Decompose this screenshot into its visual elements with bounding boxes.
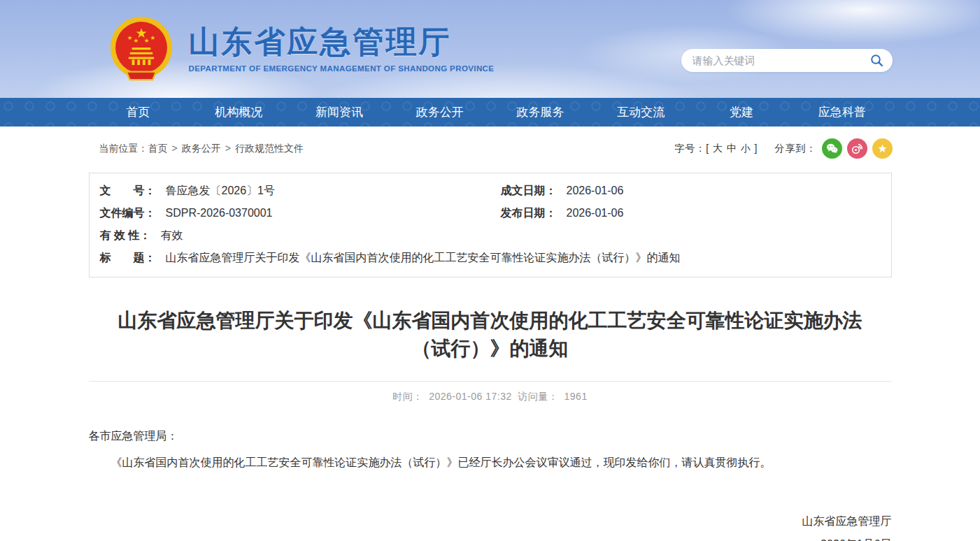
weibo-icon [851, 142, 864, 155]
breadcrumb: 当前位置：首页>政务公开>行政规范性文件 [88, 143, 304, 155]
article-signature: 山东省应急管理厅 2026年1月6日 [89, 510, 892, 541]
site-header: ★ ★ ★ ★ ★ 山东省应急管理厅 DEPARTMENT OF EMERGEN… [0, 0, 980, 98]
nav-item-org-overview[interactable]: 机构概况 [188, 98, 289, 127]
svg-text:★: ★ [127, 34, 132, 41]
svg-text:★: ★ [133, 37, 139, 44]
search-input[interactable] [693, 55, 869, 66]
signature-date: 2026年1月6日 [89, 533, 892, 541]
search-box [681, 49, 893, 72]
share-qzone-button[interactable] [872, 138, 893, 159]
breadcrumb-item-gov-info[interactable]: 政务公开 [182, 143, 221, 154]
meta-row: 文 号： 鲁应急发〔2026〕1号 成文日期： 2026-01-06 [90, 180, 891, 202]
time-label: 时间： [392, 391, 423, 402]
meta-label-written-date: 成文日期： [501, 180, 557, 202]
breadcrumb-separator: > [225, 143, 231, 154]
nav-item-gov-info[interactable]: 政务公开 [390, 98, 490, 127]
meta-value-doc-number: 鲁应急发〔2026〕1号 [166, 180, 276, 202]
breadcrumb-item-home[interactable]: 首页 [148, 143, 168, 154]
meta-value-file-code: SDPR-2026-0370001 [166, 202, 273, 224]
article-body: 各市应急管理局： 《山东省国内首次使用的化工工艺安全可靠性论证实施办法（试行）》… [89, 426, 892, 473]
title-divider [89, 381, 892, 382]
national-emblem-icon: ★ ★ ★ ★ ★ [108, 15, 175, 82]
nav-item-emergency-science[interactable]: 应急科普 [792, 98, 893, 127]
site-title-en: DEPARTMENT OF EMERGENCY MANAGEMENT OF SH… [189, 64, 495, 73]
article-meta-line: 时间： 2026-01-06 17:32 访问量： 1961 [0, 391, 980, 403]
meta-row: 文件编号： SDPR-2026-0370001 发布日期： 2026-01-06 [90, 202, 891, 224]
share-wechat-button[interactable] [822, 138, 842, 159]
svg-text:★: ★ [143, 37, 149, 44]
meta-label-file-code: 文件编号： [100, 202, 156, 224]
qzone-star-icon [876, 142, 889, 155]
breadcrumb-toolbar-row: 当前位置：首页>政务公开>行政规范性文件 字号：[ 大 中 小 ] 分享到： [88, 127, 893, 167]
meta-label-title: 标 题： [100, 247, 156, 269]
meta-row: 标 题： 山东省应急管理厅关于印发《山东省国内首次使用的化工工艺安全可靠性论证实… [90, 247, 891, 269]
search-button[interactable] [869, 53, 884, 68]
nav-item-home[interactable]: 首页 [88, 98, 189, 127]
meta-label-validity: 有 效 性： [100, 224, 151, 247]
visits-label: 访问量： [518, 391, 558, 402]
nav-item-interaction[interactable]: 互动交流 [590, 98, 691, 127]
meta-row: 有 效 性： 有效 [90, 224, 891, 247]
meta-label-doc-number: 文 号： [100, 180, 156, 202]
page-tools: 字号：[ 大 中 小 ] 分享到： [674, 138, 892, 159]
breadcrumb-item-current: 行政规范性文件 [235, 143, 304, 154]
search-icon [869, 53, 884, 68]
share-label: 分享到： [775, 143, 817, 155]
site-logo[interactable]: ★ ★ ★ ★ ★ 山东省应急管理厅 DEPARTMENT OF EMERGEN… [108, 15, 495, 82]
nav-item-news[interactable]: 新闻资讯 [289, 98, 390, 127]
wechat-icon [825, 142, 839, 155]
document-meta-table: 文 号： 鲁应急发〔2026〕1号 成文日期： 2026-01-06 文件编号：… [89, 173, 892, 277]
meta-value-written-date: 2026-01-06 [567, 180, 624, 202]
nav-item-party-building[interactable]: 党建 [691, 98, 792, 127]
article-title: 山东省应急管理厅关于印发《山东省国内首次使用的化工工艺安全可靠性论证实施办法（试… [106, 307, 875, 363]
meta-label-publish-date: 发布日期： [501, 202, 557, 224]
site-title: 山东省应急管理厅 [189, 25, 495, 59]
main-nav: 首页 机构概况 新闻资讯 政务公开 政务服务 互动交流 党建 应急科普 [0, 98, 980, 127]
signature-org: 山东省应急管理厅 [89, 510, 892, 533]
time-value: 2026-01-06 17:32 [429, 391, 512, 402]
meta-value-title: 山东省应急管理厅关于印发《山东省国内首次使用的化工工艺安全可靠性论证实施办法（试… [166, 247, 681, 269]
breadcrumb-separator: > [172, 143, 178, 154]
breadcrumb-label: 当前位置： [99, 143, 148, 154]
meta-value-publish-date: 2026-01-06 [567, 202, 624, 224]
article-salutation: 各市应急管理局： [89, 426, 892, 447]
nav-item-gov-services[interactable]: 政务服务 [490, 98, 591, 127]
svg-text:★: ★ [150, 34, 155, 41]
visits-value: 1961 [564, 391, 588, 402]
share-weibo-button[interactable] [847, 138, 867, 159]
article-paragraph: 《山东省国内首次使用的化工工艺安全可靠性论证实施办法（试行）》已经厅长办公会议审… [89, 452, 892, 473]
meta-value-validity: 有效 [160, 224, 183, 247]
font-size-control[interactable]: 字号：[ 大 中 小 ] [674, 143, 758, 155]
